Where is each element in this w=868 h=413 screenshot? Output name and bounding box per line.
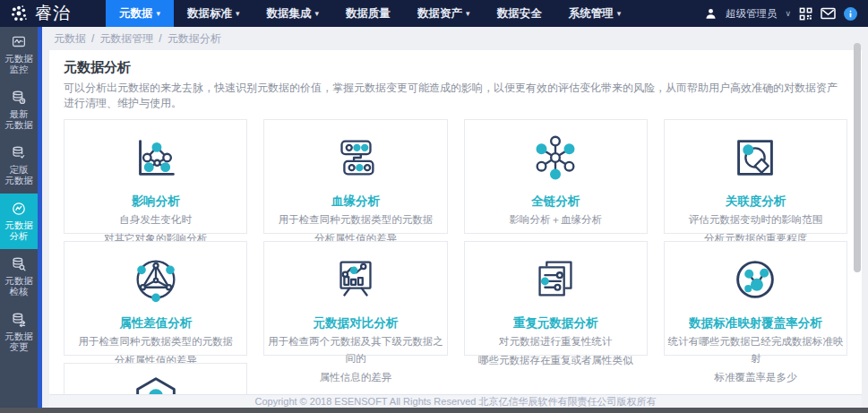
sidebar-item-metadata-monitor[interactable]: 元数据监控 <box>0 27 38 82</box>
sidebar-item-metadata-analysis[interactable]: 元数据分析 <box>0 194 38 249</box>
main-panel: 元数据分析 可以分析出元数据的来龙去脉，快速识别元数据的价值，掌握元数据变更可能… <box>49 50 862 394</box>
menu-item-data-integration[interactable]: 数据集成 ▾ <box>254 0 333 27</box>
chevron-down-icon: ▾ <box>466 9 470 18</box>
user-hexagon-icon <box>128 374 184 394</box>
full-chain-analysis-icon <box>528 130 583 185</box>
card-attribute-diff-analysis[interactable]: 属性差值分析 用于检查同种元数据类型的元数据 分析属性值的差异 <box>64 241 247 356</box>
card-association-analysis[interactable]: 关联度分析 评估元数据变动时的影响范围 分析元数据的重要程度 <box>664 119 847 234</box>
menu-item-metadata[interactable]: 元数据 ▾ <box>106 0 174 27</box>
brand-logo[interactable]: 睿治 <box>0 0 106 27</box>
footer: Copyright © 2018 ESENSOFT All Rights Res… <box>49 394 862 408</box>
user-icon <box>704 7 718 20</box>
brand-name: 睿治 <box>35 2 71 25</box>
left-sidebar: 元数据监控 最新元数据 <box>0 27 38 408</box>
page-description: 可以分析出元数据的来龙去脉，快速识别元数据的价值，掌握元数据变更可能造成的影响，… <box>64 81 847 111</box>
breadcrumb-separator: / <box>159 32 161 45</box>
card-user-hexagon[interactable] <box>64 363 247 394</box>
card-impact-analysis[interactable]: 影响分析 自身发生变化时 对其它对象的影响分析 <box>64 119 247 234</box>
menu-item-data-asset[interactable]: 数据资产 ▾ <box>404 0 484 27</box>
sidebar-item-versioned-metadata[interactable]: 定版元数据 <box>0 138 38 194</box>
window-bottom-strip <box>0 408 868 413</box>
menu-item-data-security[interactable]: 数据安全 <box>484 0 555 27</box>
latest-metadata-icon <box>11 90 27 106</box>
standard-mapping-coverage-icon <box>727 252 783 307</box>
card-metadata-compare-analysis[interactable]: 元数据对比分析 用于检查两个元数据及其下级元数据之间的 属性信息的差异 <box>263 241 447 356</box>
top-navbar: 睿治 元数据 ▾ 数据标准 ▾ 数据集成 ▾ 数据质量 数据资产 ▾ <box>0 0 868 27</box>
association-analysis-icon <box>727 130 783 185</box>
lineage-analysis-icon <box>328 130 383 185</box>
body-row: 元数据监控 最新元数据 <box>0 27 868 408</box>
vertical-scrollbar[interactable] <box>854 43 861 272</box>
metadata-check-icon <box>11 256 27 272</box>
card-lineage-analysis[interactable]: 血缘分析 用于检查同种元数据类型的元数据 分析属性值的差异 <box>263 119 447 234</box>
card-full-chain-analysis[interactable]: 全链分析 影响分析＋血缘分析 <box>464 119 648 234</box>
mail-icon[interactable] <box>821 7 836 20</box>
attribute-diff-analysis-icon <box>128 252 184 307</box>
copyright-text: Copyright © 2018 ESENSOFT All Rights Res… <box>254 395 656 409</box>
breadcrumb-item[interactable]: 元数据分析 <box>168 31 221 47</box>
sidebar-item-latest-metadata[interactable]: 最新元数据 <box>0 82 38 138</box>
menu-item-data-standard[interactable]: 数据标准 ▾ <box>174 0 254 27</box>
menu-item-system-admin[interactable]: 系统管理 ▾ <box>555 0 635 27</box>
breadcrumb-separator: / <box>91 32 94 45</box>
impact-analysis-icon <box>128 130 184 185</box>
user-name[interactable]: 超级管理员 <box>726 7 778 21</box>
card-standard-mapping-coverage[interactable]: 数据标准映射覆盖率分析 统计有哪些元数据已经完成数据标准映射 标准覆盖率是多少 <box>664 241 847 356</box>
breadcrumb-item[interactable]: 元数据 <box>54 31 86 47</box>
versioned-metadata-icon <box>11 145 27 161</box>
breadcrumb: 元数据 / 元数据管理 / 元数据分析 <box>42 27 862 50</box>
metadata-analysis-icon <box>11 201 27 217</box>
qr-code-icon[interactable] <box>799 7 812 21</box>
info-icon[interactable] <box>844 7 857 21</box>
topbar-right-tools: 超级管理员 ∨ <box>704 0 868 27</box>
page-title: 元数据分析 <box>64 59 847 76</box>
analysis-card-grid: 影响分析 自身发生变化时 对其它对象的影响分析 <box>64 119 847 394</box>
chevron-down-icon: ▾ <box>236 9 240 18</box>
content-area: 元数据 / 元数据管理 / 元数据分析 元数据分析 可以分析出元数据的来龙去脉，… <box>42 27 868 408</box>
metadata-change-icon <box>11 312 27 328</box>
chevron-down-icon: ▾ <box>157 9 161 18</box>
app-window: 睿治 元数据 ▾ 数据标准 ▾ 数据集成 ▾ 数据质量 数据资产 ▾ <box>0 0 868 413</box>
card-duplicate-metadata-analysis[interactable]: 重复元数据分析 对元数据进行重复性统计 哪些元数据存在重复或者属性类似 <box>464 241 648 356</box>
flower-dots-logo-icon <box>9 4 29 23</box>
chevron-down-icon[interactable]: ∨ <box>785 9 791 18</box>
metadata-monitor-icon <box>11 34 27 50</box>
breadcrumb-item[interactable]: 元数据管理 <box>99 31 153 47</box>
sidebar-item-metadata-change[interactable]: 元数据变更 <box>0 305 38 360</box>
chevron-down-icon: ▾ <box>315 9 320 18</box>
main-menu: 元数据 ▾ 数据标准 ▾ 数据集成 ▾ 数据质量 数据资产 ▾ 数据安全 <box>106 0 634 27</box>
metadata-compare-analysis-icon <box>328 252 383 307</box>
chevron-down-icon: ▾ <box>617 9 622 18</box>
sidebar-item-metadata-check[interactable]: 元数据检核 <box>0 249 38 305</box>
menu-item-data-quality[interactable]: 数据质量 <box>332 0 404 27</box>
duplicate-metadata-analysis-icon <box>528 252 583 307</box>
